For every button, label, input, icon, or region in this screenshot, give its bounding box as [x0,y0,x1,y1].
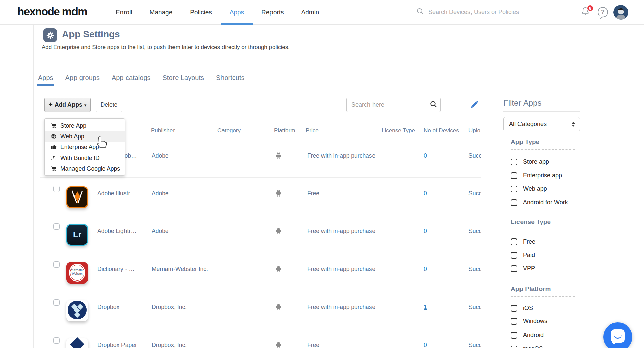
chat-icon [611,329,625,343]
checkbox[interactable] [511,186,517,192]
menu-item-web-app[interactable]: Web App [45,131,125,142]
filter-option-vpp[interactable]: VPP [511,265,535,272]
nav-item-admin[interactable]: Admin [293,0,328,25]
android-icon [275,303,282,312]
device-count-link[interactable]: 0 [424,266,427,273]
briefcase-icon [50,144,57,150]
user-avatar[interactable] [613,5,628,20]
nav-item-policies[interactable]: Policies [181,0,220,25]
checkbox[interactable] [511,159,517,165]
upload-status: Succ [468,190,481,197]
filter-option-free[interactable]: Free [511,238,535,245]
checkbox[interactable] [511,199,517,206]
upload-status: Succ [468,266,481,273]
nav-item-enroll[interactable]: Enroll [107,0,141,25]
category-select-value: All Categories [509,121,572,128]
filter-option-enterprise-app[interactable]: Enterprise app [511,172,562,179]
device-count-link[interactable]: 1 [424,304,427,311]
checkbox[interactable] [511,252,517,259]
row-checkbox[interactable] [53,299,60,306]
filter-section-app-platform: App Platform [511,285,551,293]
top-navbar: hexnode mdm Enroll Manage Policies Apps … [0,0,644,25]
checkbox[interactable] [511,318,517,325]
table-row[interactable]: Dropbox Paper Dropbox, Inc. Free 0 Succ [0,329,481,348]
checkbox[interactable] [511,332,517,339]
filter-option-store-app[interactable]: Store app [511,158,549,165]
merriam-text: Merriam- [66,268,88,272]
filter-option-label: Enterprise app [523,172,562,179]
row-checkbox[interactable] [53,337,60,344]
global-search-input[interactable] [428,9,529,16]
table-row[interactable]: Lr Adobe Lightr… Adobe Free with in-app … [0,215,481,253]
menu-item-managed-google-apps[interactable]: Managed Google Apps [45,163,125,174]
checkbox[interactable] [511,265,517,272]
filter-section-license-type: License Type [511,218,551,226]
checkbox[interactable] [511,346,517,348]
device-count-link[interactable]: 0 [424,190,427,197]
globe-icon [50,133,57,139]
lightroom-glyph: Lr [73,230,81,240]
app-price: Free with in-app purchase [307,228,375,235]
device-count-link[interactable]: 0 [424,152,427,159]
nav-item-apps[interactable]: Apps [221,0,253,25]
question-icon: ? [601,9,605,16]
filter-option-android-for-work[interactable]: Android for Work [511,199,568,206]
checkbox[interactable] [511,172,517,179]
device-count-link[interactable]: 0 [424,228,427,235]
dashed-divider [511,230,575,230]
upload-status: Succ [468,228,481,235]
app-publisher: Adobe [152,190,169,197]
notifications-button[interactable]: 8 [580,6,594,19]
table-row[interactable]: Adobe Illustr… Adobe Free 0 Succ [0,177,481,215]
checkbox[interactable] [511,305,517,312]
filter-option-web-app[interactable]: Web app [511,185,547,192]
filter-option-macos[interactable]: macOS [511,345,543,348]
app-publisher: Dropbox, Inc. [152,342,187,348]
menu-item-label: Managed Google Apps [60,165,120,172]
global-search [416,7,529,17]
app-publisher: Adobe [152,228,169,235]
filter-option-label: Store app [523,158,549,165]
app-price: Free with in-app purchase [307,266,375,273]
col-license-type: License Type [382,127,415,134]
row-checkbox[interactable] [53,261,60,268]
app-root: hexnode mdm Enroll Manage Policies Apps … [0,0,644,348]
add-apps-dropdown: Store App Web App Enterprise App [44,118,125,176]
app-name: Dictionary - … [97,266,135,273]
android-icon [275,265,282,274]
menu-item-store-app[interactable]: Store App [45,120,125,131]
table-row[interactable]: Dropbox Dropbox, Inc. Free with in-app p… [0,291,481,329]
android-icon [275,341,282,348]
table-row[interactable]: Merriam- Webster Dictionary - … Merriam-… [0,253,481,291]
app-publisher: Adobe [152,152,169,159]
filter-option-label: Android for Work [523,199,568,206]
filter-option-ios[interactable]: iOS [511,305,533,312]
avatar-icon [613,5,628,20]
android-icon [275,189,282,199]
menu-item-with-bundle-id[interactable]: With Bundle ID [45,153,125,163]
upload-status: Succ [468,342,481,348]
device-count-link[interactable]: 0 [424,342,427,348]
app-publisher: Dropbox, Inc. [152,304,187,311]
col-category: Category [217,127,241,134]
filter-option-paid[interactable]: Paid [511,252,535,259]
category-select[interactable]: All Categories [503,117,580,131]
search-icon [416,7,424,17]
nav-item-manage[interactable]: Manage [141,0,182,25]
row-checkbox[interactable] [53,223,60,230]
filter-option-label: Free [523,238,535,245]
hexnode-logo[interactable]: hexnode mdm [17,5,87,18]
menu-item-enterprise-app[interactable]: Enterprise App [45,142,125,153]
help-button[interactable]: ? [598,7,608,17]
col-price: Price [306,127,319,134]
app-price: Free with in-app purchase [307,304,375,311]
dashed-divider [511,296,575,297]
filter-option-label: Android [523,332,544,339]
row-checkbox[interactable] [53,186,60,192]
nav-item-reports[interactable]: Reports [253,0,293,25]
filter-option-label: Web app [523,185,547,192]
checkbox[interactable] [511,238,517,245]
filter-option-android[interactable]: Android [511,332,544,339]
filter-option-windows[interactable]: Windows [511,318,547,325]
chat-launcher-button[interactable] [603,322,632,348]
